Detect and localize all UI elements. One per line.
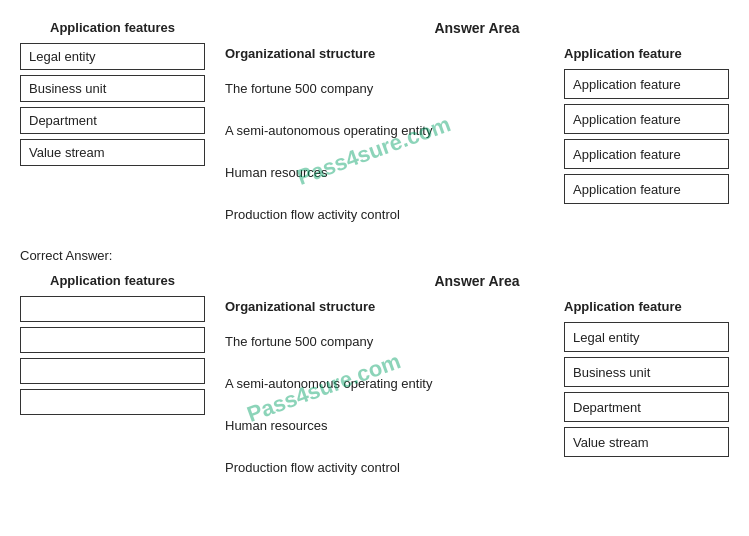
org-col-2: Organizational structure Pass4sure.com T… <box>225 299 554 486</box>
app-answer-1-1: Application feature <box>564 104 729 134</box>
feature-item-1-2: Department <box>20 107 205 134</box>
feature-item-1-3: Value stream <box>20 139 205 166</box>
app-col-header-2: Application feature <box>564 299 729 314</box>
org-row-1-3: Production flow activity control <box>225 195 554 233</box>
org-row-2-2: Human resources <box>225 406 554 444</box>
feature-item-1-1: Business unit <box>20 75 205 102</box>
app-answer-1-0: Application feature <box>564 69 729 99</box>
org-row-1-1: A semi-autonomous operating entity <box>225 111 554 149</box>
left-panel-title-1: Application features <box>20 20 205 35</box>
org-rows-2: Pass4sure.com The fortune 500 company A … <box>225 322 554 486</box>
app-answer-2-0: Legal entity <box>564 322 729 352</box>
feature-item-2-2 <box>20 358 205 384</box>
org-col-header-2: Organizational structure <box>225 299 554 314</box>
feature-item-2-3 <box>20 389 205 415</box>
org-row-2-0: The fortune 500 company <box>225 322 554 360</box>
section2: Application features Answer Area Organiz… <box>20 273 729 486</box>
org-row-2-1: A semi-autonomous operating entity <box>225 364 554 402</box>
app-answer-1-3: Application feature <box>564 174 729 204</box>
app-answer-2-2: Department <box>564 392 729 422</box>
feature-item-2-0 <box>20 296 205 322</box>
org-col-1: Organizational structure Pass4sure.com T… <box>225 46 554 233</box>
answer-area-1: Answer Area Organizational structure Pas… <box>225 20 729 233</box>
answer-columns-2: Organizational structure Pass4sure.com T… <box>225 299 729 486</box>
answer-area-title-1: Answer Area <box>225 20 729 36</box>
app-answer-2-3: Value stream <box>564 427 729 457</box>
org-row-1-0: The fortune 500 company <box>225 69 554 107</box>
left-panel-1: Application features Legal entity Busine… <box>20 20 205 233</box>
org-row-2-3: Production flow activity control <box>225 448 554 486</box>
app-answer-2-1: Business unit <box>564 357 729 387</box>
app-col-2: Application feature Legal entity Busines… <box>564 299 729 486</box>
app-col-1: Application feature Application feature … <box>564 46 729 233</box>
org-row-1-2: Human resources <box>225 153 554 191</box>
left-panel-2: Application features <box>20 273 205 486</box>
org-rows-1: Pass4sure.com The fortune 500 company A … <box>225 69 554 233</box>
feature-item-2-1 <box>20 327 205 353</box>
section1: Application features Legal entity Busine… <box>20 20 729 233</box>
left-panel-title-2: Application features <box>20 273 205 288</box>
org-col-header-1: Organizational structure <box>225 46 554 61</box>
answer-area-title-2: Answer Area <box>225 273 729 289</box>
answer-columns-1: Organizational structure Pass4sure.com T… <box>225 46 729 233</box>
correct-answer-label: Correct Answer: <box>20 248 729 263</box>
app-answer-1-2: Application feature <box>564 139 729 169</box>
answer-area-2: Answer Area Organizational structure Pas… <box>225 273 729 486</box>
app-col-header-1: Application feature <box>564 46 729 61</box>
feature-item-1-0: Legal entity <box>20 43 205 70</box>
